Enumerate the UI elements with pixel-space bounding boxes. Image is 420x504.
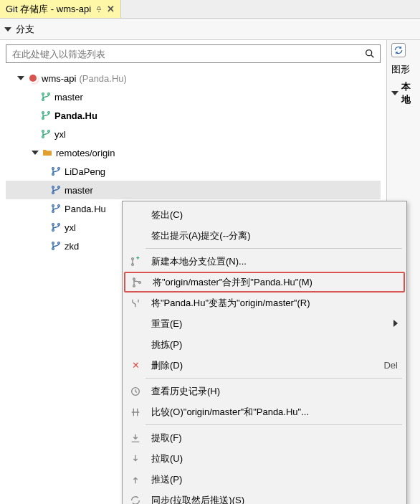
branch-label: yxl <box>65 222 76 233</box>
svg-point-13 <box>52 186 54 189</box>
refresh-button[interactable] <box>391 43 406 57</box>
refresh-icon <box>393 45 404 55</box>
svg-point-25 <box>132 257 134 260</box>
folder-icon <box>42 147 53 158</box>
branch-label: yxl <box>54 129 66 140</box>
separator <box>145 248 402 249</box>
right-section-local[interactable]: 本地 <box>391 80 416 106</box>
svg-point-2 <box>42 99 44 101</box>
chevron-down-icon <box>391 91 398 95</box>
svg-point-15 <box>58 186 60 189</box>
svg-point-6 <box>48 112 50 114</box>
svg-point-26 <box>132 263 134 265</box>
section-header: 分支 <box>0 19 420 40</box>
remotes-label: remotes/origin <box>56 148 115 158</box>
branch-label: master <box>65 185 93 196</box>
svg-point-20 <box>52 229 54 232</box>
rebase-icon <box>127 298 144 309</box>
remotes-node[interactable]: remotes/origin <box>6 143 381 162</box>
tab-title: Git 存储库 - wms-api <box>6 3 91 16</box>
section-label: 分支 <box>16 23 34 36</box>
git-icon <box>27 72 39 84</box>
ctx-fetch[interactable]: 提取(F) <box>124 427 405 448</box>
pin-icon[interactable] <box>95 6 102 13</box>
history-icon <box>127 386 144 397</box>
ctx-new-branch[interactable]: 新建本地分支位置(N)... <box>124 251 405 272</box>
close-icon[interactable]: ✕ <box>107 4 115 14</box>
svg-point-9 <box>48 130 50 133</box>
svg-point-22 <box>52 242 54 244</box>
branch-icon <box>50 240 62 252</box>
svg-point-14 <box>52 192 54 194</box>
branch-remote[interactable]: LiDaPeng <box>6 162 381 181</box>
ctx-checkout-detached[interactable]: 签出提示(A)提交(--分离) <box>124 225 405 246</box>
branch-icon <box>50 166 62 177</box>
svg-point-7 <box>42 130 44 133</box>
svg-point-28 <box>133 285 135 287</box>
filter-input[interactable] <box>11 48 360 60</box>
ctx-cherrypick[interactable]: 挑拣(P) <box>124 334 405 355</box>
tab-git-repo[interactable]: Git 存储库 - wms-api ✕ <box>0 0 121 18</box>
branch-icon <box>50 222 62 233</box>
ctx-merge[interactable]: 将"origin/master"合并到"Panda.Hu"(M) <box>124 272 405 293</box>
ctx-rebase[interactable]: 将"Panda.Hu"变基为"origin/master"(R) <box>124 293 405 313</box>
svg-point-19 <box>52 224 54 226</box>
push-icon <box>127 474 144 485</box>
svg-point-11 <box>52 173 54 176</box>
sync-icon <box>127 495 144 505</box>
compare-icon <box>127 406 144 418</box>
submenu-arrow-icon <box>393 318 398 329</box>
svg-point-16 <box>52 205 54 207</box>
pull-icon <box>127 453 144 465</box>
branch-local[interactable]: yxl <box>6 125 381 143</box>
ctx-reset[interactable]: 重置(E) <box>124 313 405 334</box>
repo-owner: (Panda.Hu) <box>79 73 126 84</box>
branch-icon <box>40 110 52 121</box>
ctx-compare[interactable]: 比较(O)"origin/master"和"Panda.Hu"... <box>124 401 405 422</box>
ctx-checkout[interactable]: 签出(C) <box>124 204 405 225</box>
merge-icon <box>128 277 145 288</box>
branch-icon <box>50 203 62 214</box>
ctx-pull[interactable]: 拉取(U) <box>124 448 405 469</box>
svg-point-3 <box>48 93 50 95</box>
fetch-icon <box>127 432 144 444</box>
svg-point-10 <box>52 168 54 170</box>
branch-label: LiDaPeng <box>65 166 105 177</box>
svg-point-8 <box>42 136 44 138</box>
ctx-history[interactable]: 查看历史记录(H) <box>124 381 405 401</box>
separator <box>145 424 402 425</box>
filter-box[interactable] <box>6 44 381 63</box>
branch-icon <box>40 128 52 140</box>
svg-point-24 <box>58 242 60 244</box>
expander-icon[interactable] <box>4 27 11 32</box>
separator <box>145 378 402 379</box>
svg-point-21 <box>58 224 60 226</box>
right-local-label: 本地 <box>401 80 416 106</box>
svg-point-23 <box>52 248 54 250</box>
chevron-down-icon[interactable] <box>17 76 24 80</box>
repo-node[interactable]: wms-api (Panda.Hu) <box>6 69 381 87</box>
svg-point-0 <box>366 50 372 56</box>
chevron-down-icon[interactable] <box>32 151 39 155</box>
ctx-delete[interactable]: ✕删除(D)Del <box>124 355 405 376</box>
branch-remote-selected[interactable]: master <box>6 181 381 199</box>
svg-point-12 <box>58 168 60 170</box>
branch-label: master <box>54 92 83 103</box>
ctx-push[interactable]: 推送(P) <box>124 469 405 490</box>
new-branch-icon <box>127 256 144 267</box>
svg-point-27 <box>133 278 135 280</box>
branch-label: Panda.Hu <box>65 204 106 214</box>
repo-name: wms-api <box>42 73 76 84</box>
branch-label: Panda.Hu <box>54 110 97 121</box>
shortcut: Del <box>383 360 398 371</box>
branch-icon <box>50 184 62 196</box>
svg-point-5 <box>42 118 44 120</box>
right-header-graph: 图形 <box>391 63 416 76</box>
svg-point-17 <box>52 211 54 213</box>
ctx-sync[interactable]: 同步(拉取然后推送)(S) <box>124 490 405 504</box>
branch-local[interactable]: master <box>6 87 381 106</box>
branch-local[interactable]: Panda.Hu <box>6 106 381 125</box>
context-menu: 签出(C) 签出提示(A)提交(--分离) 新建本地分支位置(N)... 将"o… <box>122 201 407 504</box>
tab-bar: Git 存储库 - wms-api ✕ <box>0 0 420 19</box>
search-icon[interactable] <box>364 48 376 60</box>
